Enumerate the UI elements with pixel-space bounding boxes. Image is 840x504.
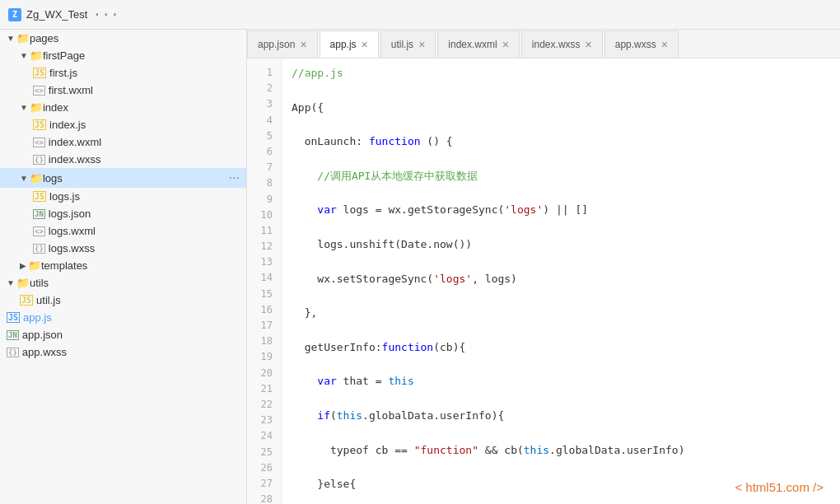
folder-arrow-templates: ▶ bbox=[20, 261, 26, 270]
sidebar-item-utils[interactable]: ▼ 📁 utils bbox=[0, 274, 246, 292]
code-editor[interactable]: 12345 678910 1112131415 1617181920 21222… bbox=[247, 58, 840, 504]
tab-index-wxss[interactable]: index.wxss × bbox=[521, 30, 603, 58]
file-icon-first-wxml: <> bbox=[33, 86, 45, 96]
tab-label-index-wxss: index.wxss bbox=[532, 39, 581, 50]
sidebar-item-app-js[interactable]: JS app.js bbox=[0, 309, 246, 326]
app-title: Zg_WX_Test bbox=[26, 8, 87, 21]
sidebar-label-firstPage: firstPage bbox=[43, 49, 85, 62]
sidebar-label-index: index bbox=[43, 101, 68, 114]
sidebar-item-pages[interactable]: ▼ 📁 pages bbox=[0, 30, 246, 47]
sidebar-item-index[interactable]: ▼ 📁 index bbox=[0, 99, 246, 116]
sidebar-label-logs-wxss: logs.wxss bbox=[49, 242, 95, 254]
sidebar: ▼ 📁 pages ▼ 📁 firstPage JS first.js <> f… bbox=[0, 30, 247, 504]
folder-arrow-logs: ▼ bbox=[20, 174, 28, 183]
sidebar-label-index-wxss: index.wxss bbox=[49, 153, 101, 166]
sidebar-item-first-wxml[interactable]: <> first.wxml bbox=[0, 82, 246, 99]
app-icon: Z bbox=[8, 8, 21, 21]
sidebar-item-index-js[interactable]: JS index.js bbox=[0, 116, 246, 133]
folder-icon-utils: 📁 bbox=[16, 277, 30, 289]
file-icon-index-js: JS bbox=[33, 119, 46, 130]
sidebar-item-index-wxml[interactable]: <> index.wxml bbox=[0, 133, 246, 151]
sidebar-label-first-js: first.js bbox=[49, 67, 77, 79]
sidebar-label-utils: utils bbox=[30, 277, 49, 289]
tab-close-util-js[interactable]: × bbox=[418, 39, 425, 50]
tab-label-util-js: util.js bbox=[391, 39, 413, 50]
sidebar-label-logs-wxml: logs.wxml bbox=[49, 225, 96, 237]
sidebar-label-app-js: app.js bbox=[23, 311, 52, 324]
tabs-bar: app.json × app.js × util.js × index.wxml… bbox=[247, 30, 840, 58]
sidebar-item-app-wxss[interactable]: {} app.wxss bbox=[0, 343, 246, 361]
sidebar-item-app-json[interactable]: JN app.json bbox=[0, 326, 246, 343]
folder-arrow-utils: ▼ bbox=[7, 278, 15, 287]
tab-util-js[interactable]: util.js × bbox=[380, 30, 436, 58]
sidebar-item-first-js[interactable]: JS first.js bbox=[0, 64, 246, 82]
tab-label-app-js: app.js bbox=[330, 39, 357, 50]
tab-label-app-json: app.json bbox=[258, 39, 295, 50]
tab-label-index-wxml: index.wxml bbox=[448, 39, 497, 50]
file-icon-index-wxss: {} bbox=[33, 155, 45, 165]
folder-arrow-index: ▼ bbox=[20, 103, 28, 112]
sidebar-item-logs-js[interactable]: JS logs.js bbox=[0, 188, 246, 205]
file-icon-logs-js: JS bbox=[33, 191, 46, 202]
tab-app-js[interactable]: app.js × bbox=[320, 30, 379, 58]
sidebar-item-templates[interactable]: ▶ 📁 templates bbox=[0, 257, 246, 274]
sidebar-item-logs-json[interactable]: JN logs.json bbox=[0, 205, 246, 222]
sidebar-label-app-wxss: app.wxss bbox=[22, 346, 67, 358]
file-icon-first-js: JS bbox=[33, 68, 46, 78]
sidebar-label-index-js: index.js bbox=[49, 119, 86, 131]
folder-icon-index: 📁 bbox=[30, 101, 43, 114]
tab-app-wxss[interactable]: app.wxss × bbox=[604, 30, 679, 58]
file-icon-logs-wxml: <> bbox=[33, 226, 45, 236]
tab-close-index-wxss[interactable]: × bbox=[586, 39, 592, 50]
file-icon-app-js: JS bbox=[7, 312, 20, 323]
folder-arrow-pages: ▼ bbox=[7, 34, 15, 43]
tab-close-app-wxss[interactable]: × bbox=[661, 39, 668, 50]
sidebar-label-util-js: util.js bbox=[36, 294, 61, 306]
line-numbers: 12345 678910 1112131415 1617181920 21222… bbox=[247, 58, 282, 504]
sidebar-label-logs: logs bbox=[43, 172, 63, 184]
file-icon-logs-wxss: {} bbox=[33, 244, 45, 254]
sidebar-label-pages: pages bbox=[30, 32, 58, 44]
sidebar-label-first-wxml: first.wxml bbox=[49, 84, 93, 96]
tab-close-app-js[interactable]: × bbox=[362, 39, 368, 50]
sidebar-label-logs-js: logs.js bbox=[49, 190, 80, 203]
folder-icon-pages: 📁 bbox=[16, 32, 30, 44]
tab-close-app-json[interactable]: × bbox=[300, 39, 306, 50]
tab-close-index-wxml[interactable]: × bbox=[502, 39, 509, 50]
sidebar-item-index-wxss[interactable]: {} index.wxss bbox=[0, 151, 246, 168]
folder-icon-firstPage: 📁 bbox=[30, 49, 43, 62]
sidebar-item-firstPage[interactable]: ▼ 📁 firstPage bbox=[0, 47, 246, 64]
main-container: ▼ 📁 pages ▼ 📁 firstPage JS first.js <> f… bbox=[0, 30, 840, 504]
sidebar-label-app-json: app.json bbox=[22, 329, 63, 341]
logs-menu-dots[interactable]: ··· bbox=[229, 170, 240, 185]
watermark: < html51.com /> bbox=[735, 480, 824, 494]
file-icon-util-js: JS bbox=[20, 295, 33, 306]
menu-dots[interactable]: ··· bbox=[92, 6, 119, 23]
file-icon-app-json: JN bbox=[7, 330, 19, 340]
sidebar-label-templates: templates bbox=[41, 259, 87, 272]
editor-area: app.json × app.js × util.js × index.wxml… bbox=[247, 30, 840, 504]
tab-app-json[interactable]: app.json × bbox=[247, 30, 318, 58]
file-icon-index-wxml: <> bbox=[33, 138, 45, 147]
tab-label-app-wxss: app.wxss bbox=[615, 39, 656, 50]
sidebar-item-logs-wxss[interactable]: {} logs.wxss bbox=[0, 240, 246, 257]
file-icon-logs-json: JN bbox=[33, 209, 45, 219]
title-bar: Z Zg_WX_Test ··· bbox=[0, 0, 840, 30]
tab-index-wxml[interactable]: index.wxml × bbox=[437, 30, 520, 58]
sidebar-item-logs-wxml[interactable]: <> logs.wxml bbox=[0, 222, 246, 240]
code-content[interactable]: //app.js App({ onLaunch: function () { /… bbox=[282, 58, 840, 504]
sidebar-label-index-wxml: index.wxml bbox=[49, 136, 101, 148]
file-icon-app-wxss: {} bbox=[7, 348, 19, 357]
sidebar-label-logs-json: logs.json bbox=[49, 208, 91, 220]
sidebar-item-util-js[interactable]: JS util.js bbox=[0, 292, 246, 309]
folder-arrow-firstPage: ▼ bbox=[20, 51, 28, 60]
folder-icon-logs: 📁 bbox=[30, 172, 43, 184]
folder-icon-templates: 📁 bbox=[28, 259, 41, 272]
sidebar-item-logs[interactable]: ▼ 📁 logs ··· bbox=[0, 168, 246, 188]
